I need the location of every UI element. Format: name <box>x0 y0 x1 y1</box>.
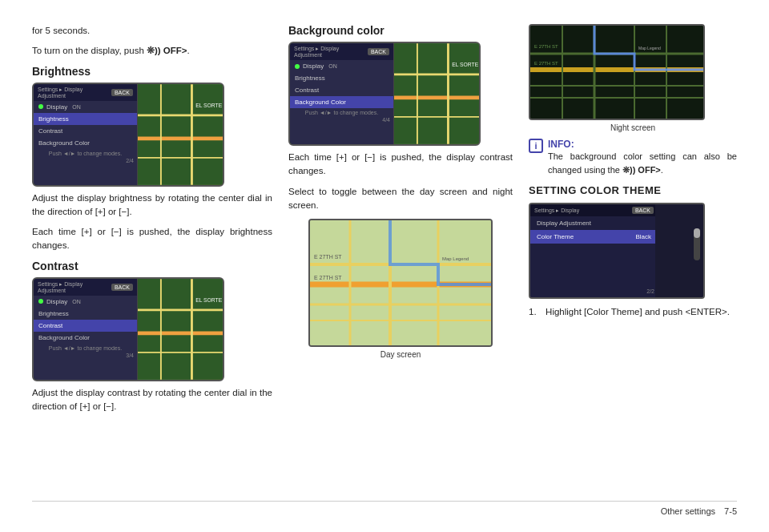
bgcolor-bgcolor-label: Background Color <box>295 99 346 106</box>
contrast-display-label: Display <box>46 298 67 305</box>
svg-text:Map Legend: Map Legend <box>638 46 661 50</box>
svg-text:EL SORTE: EL SORTE <box>452 62 478 67</box>
theme-right-panel <box>655 204 703 297</box>
intro-line2-suffix: . <box>187 46 190 55</box>
brightness-on-label: ON <box>72 104 81 110</box>
theme-page-num: 2/2 <box>646 288 654 294</box>
bgcolor-back-btn[interactable]: BACK <box>368 48 389 55</box>
theme-color-theme-value: Black <box>635 233 651 240</box>
bgcolor-on-label: ON <box>328 63 337 69</box>
bgcolor-header-text: Settings ▸ Display Adjustment <box>294 46 368 58</box>
brightness-display-label: Display <box>46 103 67 111</box>
info-content: INFO: The background color setting can a… <box>548 139 737 176</box>
color-theme-screen: Settings ▸ Display BACK Display Adjustme… <box>529 203 705 299</box>
night-screen: E 27TH ST E 27TH ST Map Legend <box>529 24 705 120</box>
intro-line1: for 5 seconds. <box>32 24 272 38</box>
svg-text:E 27TH ST: E 27TH ST <box>534 61 558 66</box>
bgcolor-push-label: Push ◄/► to change modes. <box>290 108 393 117</box>
brightness-para2: Each time [+] or [−] is pushed, the disp… <box>32 225 272 253</box>
contrast-on-label: ON <box>72 299 81 304</box>
svg-text:E 27TH ST: E 27TH ST <box>314 254 342 260</box>
brightness-title: Brightness <box>32 65 272 78</box>
color-theme-step1: 1. Highlight [Color Theme] and push <ENT… <box>529 305 737 319</box>
svg-text:EL SORTE: EL SORTE <box>195 297 222 303</box>
footer-text: Other settings 7-5 <box>661 506 737 516</box>
contrast-page-num: 3/4 <box>34 353 137 358</box>
right-column: E 27TH ST E 27TH ST Map Legend Night scr… <box>529 24 737 501</box>
svg-rect-14 <box>394 43 479 143</box>
contrast-bgcolor-label: Background Color <box>38 334 90 341</box>
brightness-settings-panel: Settings ▸ Display Adjustment BACK Displ… <box>34 84 138 185</box>
day-screen-caption: Day screen <box>288 350 513 359</box>
bgcolor-contrast-item: Contrast <box>290 84 393 96</box>
contrast-back-btn[interactable]: BACK <box>111 284 133 291</box>
intro-line2-prefix: To turn on the display, push <box>32 46 147 55</box>
intro-line2: To turn on the display, push ❊)) OFF>. <box>32 44 272 58</box>
brightness-contrast-label: Contrast <box>38 127 62 135</box>
bgcolor-display-item: Display ON <box>290 60 393 72</box>
brightness-display-item: Display ON <box>34 101 137 113</box>
theme-back-btn[interactable]: BACK <box>632 207 654 214</box>
contrast-settings-header: Settings ▸ Display Adjustment BACK <box>34 279 137 296</box>
brightness-map-area: EL SORTE <box>138 84 223 185</box>
brightness-screen: Settings ▸ Display Adjustment BACK Displ… <box>32 83 224 187</box>
brightness-back-btn[interactable]: BACK <box>111 89 133 96</box>
brightness-settings-header: Settings ▸ Display Adjustment BACK <box>34 84 137 101</box>
bgcolor-bgcolor-item: Background Color <box>290 96 393 108</box>
brightness-bgcolor-item: Background Color <box>34 137 137 149</box>
intro-off-button: ❊)) OFF> <box>147 46 187 55</box>
main-content: for 5 seconds. To turn on the display, p… <box>32 24 737 501</box>
bgcolor-brightness-label: Brightness <box>295 75 325 82</box>
brightness-contrast-item: Contrast <box>34 125 137 137</box>
contrast-header-text: Settings ▸ Display Adjustment <box>38 281 111 293</box>
info-label: INFO: <box>548 139 737 150</box>
center-column: Background color Settings ▸ Display Adju… <box>288 24 529 501</box>
contrast-bgcolor-item: Background Color <box>34 332 137 344</box>
contrast-contrast-item: Contrast <box>34 320 137 332</box>
info-text: The background color setting can also be… <box>548 150 737 176</box>
contrast-map-area: EL SORTE <box>138 279 223 380</box>
info-box: i INFO: The background color setting can… <box>529 139 737 176</box>
contrast-push-label: Push ◄/► to change modes. <box>34 344 137 353</box>
brightness-bgcolor-label: Background Color <box>38 139 90 147</box>
brightness-brightness-item: Brightness <box>34 113 137 125</box>
contrast-display-dot <box>38 299 43 304</box>
contrast-brightness-label: Brightness <box>38 310 69 317</box>
brightness-para1: Adjust the display brightness by rotatin… <box>32 191 272 220</box>
theme-header-text: Settings ▸ Display <box>534 208 579 214</box>
night-screen-caption: Night screen <box>529 123 737 132</box>
svg-rect-7 <box>138 279 223 379</box>
svg-text:EL SORTE: EL SORTE <box>195 103 222 108</box>
bgcolor-title: Background color <box>288 24 513 37</box>
page: for 5 seconds. To turn on the display, p… <box>0 0 769 532</box>
info-icon: i <box>529 139 543 153</box>
contrast-title: Contrast <box>32 260 272 272</box>
bgcolor-para1: Each time [+] or [−] is pushed, the disp… <box>288 151 513 179</box>
contrast-screen: Settings ▸ Display Adjustment BACK Displ… <box>32 277 224 381</box>
theme-display-adj-item: Display Adjustment <box>530 216 658 230</box>
bgcolor-display-dot <box>295 64 300 69</box>
bgcolor-contrast-label: Contrast <box>295 87 319 94</box>
svg-text:E 27TH ST: E 27TH ST <box>314 275 342 280</box>
svg-text:Map Legend: Map Legend <box>442 256 469 261</box>
theme-color-theme-label: Color Theme <box>537 233 574 240</box>
brightness-display-dot <box>38 104 43 109</box>
left-column: for 5 seconds. To turn on the display, p… <box>32 24 288 501</box>
bgcolor-screen: Settings ▸ Display Adjustment BACK Displ… <box>288 42 481 146</box>
theme-settings-panel: Settings ▸ Display BACK Display Adjustme… <box>530 204 658 297</box>
svg-text:E 27TH ST: E 27TH ST <box>534 44 558 49</box>
bgcolor-display-label: Display <box>303 62 324 70</box>
info-off-button: ❊)) OFF> <box>622 165 661 175</box>
theme-settings-header: Settings ▸ Display BACK <box>530 204 658 216</box>
bgcolor-brightness-item: Brightness <box>290 72 393 84</box>
brightness-page-num: 2/4 <box>34 158 137 163</box>
bgcolor-settings-header: Settings ▸ Display Adjustment BACK <box>290 43 393 60</box>
contrast-brightness-item: Brightness <box>34 308 137 320</box>
contrast-display-item: Display ON <box>34 296 137 308</box>
day-screen: E 27TH ST E 27TH ST Map Legend <box>308 219 493 347</box>
brightness-brightness-label: Brightness <box>38 115 69 123</box>
brightness-header-text: Settings ▸ Display Adjustment <box>38 87 111 99</box>
svg-rect-0 <box>138 84 223 184</box>
brightness-push-label: Push ◄/► to change modes. <box>34 149 137 158</box>
theme-scrollbar-thumb <box>694 228 700 238</box>
